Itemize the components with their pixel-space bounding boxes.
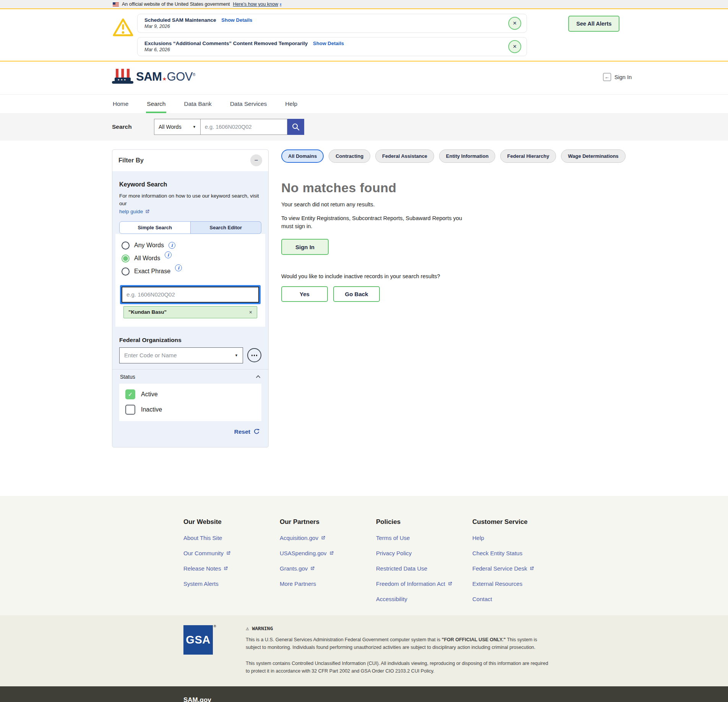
footer-link-privacy-policy[interactable]: Privacy Policy [376,550,472,556]
nav-item-data-bank[interactable]: Data Bank [183,95,212,113]
warning-paragraph-2: This system contains Controlled Unclassi… [246,660,551,675]
info-icon[interactable]: i [175,264,182,271]
footer-link-terms-of-use[interactable]: Terms of Use [376,535,472,541]
caret-down-icon: ▼ [235,353,238,357]
sign-in-button[interactable]: Sign In [281,239,329,255]
header-sign-in-link[interactable]: ← Sign In [603,73,632,81]
refresh-icon [253,428,260,435]
footer-link-federal-service-desk[interactable]: Federal Service Desk [472,565,569,572]
alert-card-maintenance: Scheduled SAM Maintenance Show Details M… [137,14,527,33]
filter-panel-body: Keyword Search For more information on h… [112,171,268,447]
caret-down-icon: ▼ [193,125,196,129]
show-details-link[interactable]: Show Details [221,17,252,23]
search-mode-select[interactable]: All Words ▼ [154,119,201,135]
footer-link-contact[interactable]: Contact [472,596,569,602]
external-link-icon [321,535,326,540]
checkbox-active[interactable]: ✓ [125,389,135,399]
footer-link-check-entity-status[interactable]: Check Entity Status [472,550,569,556]
search-band-label: Search [112,123,154,130]
footer-link-accessibility[interactable]: Accessibility [376,596,472,602]
nav-item-data-services[interactable]: Data Services [229,95,268,113]
yes-button[interactable]: Yes [281,286,328,302]
external-link-icon [226,551,231,556]
info-icon[interactable]: i [165,251,172,258]
footer-link-acquisition-gov[interactable]: Acquisition.gov [280,535,376,541]
alert-title: Exclusions “Additional Comments” Content… [144,41,308,46]
global-search-input[interactable] [201,119,287,135]
federal-organizations-select[interactable]: Enter Code or Name ▼ [119,347,243,363]
simple-search-panel: Any Words i All Words i Exact Phrase i "… [115,234,265,327]
warning-icon: ⚠ [246,625,249,631]
footer-link-about-this-site[interactable]: About This Site [183,535,280,541]
chip-close-icon[interactable]: × [249,309,252,315]
footer-link-help[interactable]: Help [472,535,569,541]
more-options-button[interactable] [247,348,261,362]
radio-all-words[interactable] [122,255,130,263]
domain-tab-entity-information[interactable]: Entity Information [439,149,495,163]
external-link-icon [329,551,334,556]
info-icon[interactable]: i [169,242,175,249]
radio-row-exact-phrase: Exact Phrase i [122,268,259,276]
question-buttons: Yes Go Back [281,286,656,302]
tab-simple-search[interactable]: Simple Search [119,221,191,234]
status-title: Status [120,374,135,380]
collapse-filters-button[interactable]: − [250,154,262,166]
footer-link-system-alerts[interactable]: System Alerts [183,580,280,587]
checkbox-inactive[interactable] [125,405,135,415]
domain-tab-wage-determinations[interactable]: Wage Determinations [561,149,625,163]
close-icon[interactable]: × [508,17,521,30]
footer-col-title: Our Website [183,518,280,526]
logo-star-icon: ★ [162,76,166,82]
footer-link-grants-gov[interactable]: Grants.gov [280,565,376,572]
main-nav: Home Search Data Bank Data Services Help [0,94,728,113]
nav-item-help[interactable]: Help [284,95,298,113]
go-back-button[interactable]: Go Back [333,286,380,302]
no-matches-heading: No matches found [281,180,656,195]
domain-tab-federal-hierarchy[interactable]: Federal Hierarchy [500,149,556,163]
gov-banner-text: An official website of the United States… [122,2,230,7]
how-you-know-link[interactable]: Here's how you know ▾ [233,2,282,7]
status-header[interactable]: Status [119,374,261,380]
footer-link-restricted-data-use[interactable]: Restricted Data Use [376,565,472,572]
alert-date: Mar 9, 2026 [144,24,502,29]
footer-link-more-partners[interactable]: More Partners [280,580,376,587]
close-icon[interactable]: × [508,40,521,53]
footer-col-our-partners: Our Partners Acquisition.gov USASpending… [280,518,376,602]
uncle-sam-hat-icon: ★ ★ ★ [112,68,133,86]
external-link-icon [145,209,150,214]
search-button[interactable] [287,119,304,135]
footer-links: Our Website About This Site Our Communit… [0,496,728,615]
chevron-up-icon [256,375,261,378]
footer-link-our-community[interactable]: Our Community [183,550,280,556]
gsa-registered-mark: ® [214,624,216,628]
domain-tab-contracting[interactable]: Contracting [329,149,370,163]
keyword-search-input[interactable] [122,287,259,303]
footer-link-release-notes[interactable]: Release Notes [183,565,280,572]
alert-title: Scheduled SAM Maintenance [144,17,216,23]
show-details-link[interactable]: Show Details [313,41,344,46]
help-guide-link[interactable]: help guide [119,208,150,216]
domain-tab-all-domains[interactable]: All Domains [281,149,324,163]
radio-exact-phrase[interactable] [122,268,130,276]
us-flag-icon [113,2,119,6]
domain-tab-federal-assistance[interactable]: Federal Assistance [375,149,434,163]
see-all-alerts-button[interactable]: See All Alerts [568,16,619,32]
radio-any-words[interactable] [122,242,130,250]
footer-link-usaspending-gov[interactable]: USASpending.gov [280,550,376,556]
footer-link-foia[interactable]: Freedom of Information Act [376,580,472,587]
nav-item-search[interactable]: Search [146,95,166,113]
footer-link-external-resources[interactable]: External Resources [472,580,569,587]
reset-filters[interactable]: Reset [119,421,261,442]
gsa-logo: GSA ® [183,625,213,655]
tab-search-editor[interactable]: Search Editor [191,221,262,234]
sam-gov-logo[interactable]: ★ ★ ★ SAM★GOV® [112,68,728,86]
logo-sam-text: SAM [136,70,162,84]
keyword-tabs: Simple Search Search Editor [119,221,261,234]
nav-item-home[interactable]: Home [112,95,129,113]
footer-col-title: Policies [376,518,472,526]
keyword-chip: "Kundan Basu" × [123,306,257,318]
logo-gov-text: GOV [167,70,193,84]
minus-icon: − [255,157,258,164]
warning-text-block: ⚠ WARNING This is a U.S. General Service… [246,625,551,675]
external-link-icon [223,566,228,571]
